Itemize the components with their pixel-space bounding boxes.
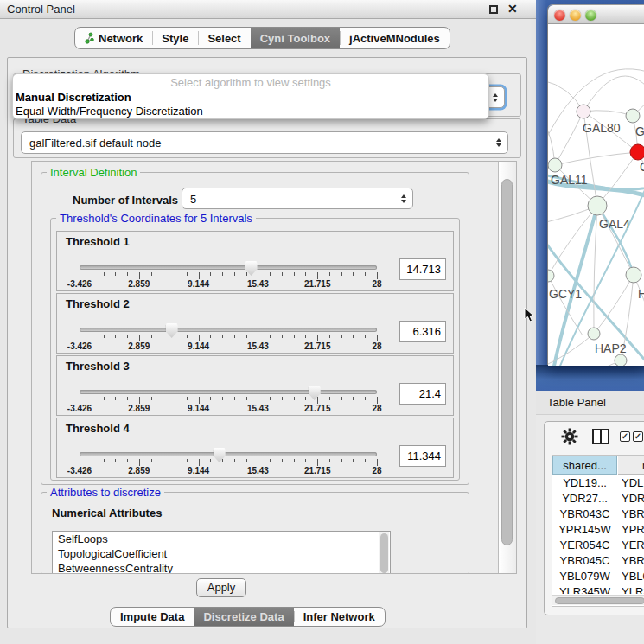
float-window-icon[interactable] xyxy=(489,5,498,14)
panel-scrollbar[interactable] xyxy=(498,162,515,573)
node-label: C xyxy=(640,160,644,174)
cell-shared-name[interactable]: YER054C xyxy=(552,538,617,553)
network-edge[interactable] xyxy=(583,111,633,116)
tick-label: 21.715 xyxy=(304,404,331,413)
network-node-gal80[interactable] xyxy=(577,105,590,118)
numerical-attributes-list[interactable]: SelfLoopsTopologicalCoefficientBetweenne… xyxy=(52,531,391,574)
cell-name[interactable]: YBL0 xyxy=(622,569,644,584)
network-node-gal4[interactable] xyxy=(588,196,607,215)
popup-option-manual[interactable]: Manual Discretization xyxy=(13,91,488,105)
network-edge-highlighted[interactable] xyxy=(553,206,597,366)
control-panel-tabs: NetworkStyleSelectCyni ToolboxjActiveMNo… xyxy=(74,27,450,49)
attribute-item[interactable]: SelfLoops xyxy=(53,532,390,546)
cell-name[interactable]: YDR2 xyxy=(622,491,644,507)
network-edge[interactable] xyxy=(594,206,597,334)
cell-name[interactable]: YBR0 xyxy=(622,553,644,569)
tab-discretize-data[interactable]: Discretize Data xyxy=(194,608,293,626)
minimize-traffic-light-icon[interactable] xyxy=(570,10,581,21)
cell-shared-name[interactable]: YBR045C xyxy=(552,553,617,569)
tab-network[interactable]: Network xyxy=(75,28,152,48)
close-icon[interactable]: ✕ xyxy=(507,2,518,16)
checkbox-icon[interactable]: ✓ xyxy=(633,431,643,442)
slider-track[interactable] xyxy=(80,328,377,332)
slider-ticks xyxy=(80,272,377,279)
table-row[interactable]: YBR045CYBR0 xyxy=(552,553,644,569)
apply-button[interactable]: Apply xyxy=(196,578,246,597)
network-edge[interactable] xyxy=(574,360,621,366)
checkbox-icon[interactable]: ✓ xyxy=(620,431,630,442)
network-node-c[interactable] xyxy=(630,144,644,160)
numerical-attributes-label: Numerical Attributes xyxy=(52,507,162,520)
list-scrollbar[interactable] xyxy=(379,532,389,574)
cell-shared-name[interactable]: YDL19... xyxy=(552,475,617,491)
slider-ticks xyxy=(80,335,377,341)
network-node-gcy1[interactable] xyxy=(548,270,554,282)
cell-name[interactable]: YDL1 xyxy=(622,475,644,491)
network-canvas[interactable]: GAL80GACGAL11GAL4GCY1HHAP2 xyxy=(548,24,644,366)
popup-option-equal-width[interactable]: Equal Width/Frequency Discretization xyxy=(13,105,488,118)
close-traffic-light-icon[interactable] xyxy=(554,10,565,21)
table-row[interactable]: YLR345WYLR3 xyxy=(552,584,644,594)
split-table-icon[interactable] xyxy=(592,429,609,444)
cell-shared-name[interactable]: YLR345W xyxy=(552,584,617,594)
threshold-value-field[interactable]: 11.344 xyxy=(399,445,446,467)
network-edge[interactable] xyxy=(555,152,638,165)
network-edge[interactable] xyxy=(597,152,638,206)
cell-shared-name[interactable]: YDR27... xyxy=(552,491,617,507)
tab-label: Cyni Toolbox xyxy=(260,32,330,45)
threshold-value-field[interactable]: 21.4 xyxy=(399,383,446,405)
column-header-name[interactable]: na xyxy=(618,456,644,475)
table-horizontal-scrollbar[interactable] xyxy=(552,595,644,605)
number-of-intervals-combo[interactable]: 5 xyxy=(182,188,413,209)
threshold-label: Threshold 1 xyxy=(66,235,130,248)
threshold-value-field[interactable]: 6.316 xyxy=(399,321,446,342)
cell-name[interactable]: YPR1 xyxy=(622,522,644,538)
slider-track[interactable] xyxy=(80,265,377,270)
tick-label: -3.426 xyxy=(67,279,92,289)
threshold-value-field[interactable]: 14.713 xyxy=(399,258,446,280)
table-data-combo[interactable]: galFiltered.sif default node xyxy=(21,131,508,154)
network-edge[interactable] xyxy=(548,206,597,276)
tab-label: Impute Data xyxy=(120,610,184,623)
slider-track[interactable] xyxy=(80,390,377,394)
tab-style[interactable]: Style xyxy=(152,28,198,48)
network-window-titlebar[interactable] xyxy=(548,5,644,24)
cell-name[interactable]: YLR3 xyxy=(622,584,644,594)
network-node-ga[interactable] xyxy=(626,109,640,123)
cell-name[interactable]: YER0 xyxy=(622,538,644,553)
table-row[interactable]: YBL079WYBL0 xyxy=(552,569,644,584)
node-label: GAL4 xyxy=(599,217,630,231)
cell-shared-name[interactable]: YBL079W xyxy=(552,569,617,584)
network-node-h[interactable] xyxy=(626,267,641,283)
zoom-traffic-light-icon[interactable] xyxy=(585,10,596,21)
network-icon xyxy=(85,32,94,44)
tab-infer-network[interactable]: Infer Network xyxy=(294,608,385,626)
tab-jactivemnodules[interactable]: jActiveMNodules xyxy=(340,28,450,48)
column-header-shared-name[interactable]: shared... xyxy=(552,456,617,475)
network-edge[interactable] xyxy=(583,76,644,112)
attribute-item[interactable]: TopologicalCoefficient xyxy=(53,546,390,561)
table-row[interactable]: YDR27...YDR2 xyxy=(552,491,644,507)
network-node[interactable] xyxy=(615,354,627,366)
table-row[interactable]: YBR043CYBR0 xyxy=(552,507,644,522)
network-node-gal11[interactable] xyxy=(548,158,562,172)
network-node-hap2[interactable] xyxy=(588,328,600,340)
tab-impute-data[interactable]: Impute Data xyxy=(111,608,194,626)
table-row[interactable]: YDL19...YDL1 xyxy=(552,475,644,491)
network-edge[interactable] xyxy=(548,334,594,366)
attribute-item[interactable]: BetweennessCentrality xyxy=(53,561,390,574)
network-edge[interactable] xyxy=(555,112,583,165)
node-label: GCY1 xyxy=(549,287,582,301)
tab-cyni-toolbox[interactable]: Cyni Toolbox xyxy=(251,28,340,48)
cell-shared-name[interactable]: YBR043C xyxy=(552,507,617,522)
slider-track[interactable] xyxy=(80,452,377,456)
interval-definition-title: Interval Definition xyxy=(47,166,140,179)
cell-name[interactable]: YBR0 xyxy=(622,507,644,522)
table-row[interactable]: YPR145WYPR1 xyxy=(552,522,644,538)
table-row[interactable]: YER054CYER0 xyxy=(552,538,644,553)
cell-shared-name[interactable]: YPR145W xyxy=(552,522,617,538)
panel-scrollbar-thumb[interactable] xyxy=(501,179,513,545)
gear-icon[interactable] xyxy=(561,428,578,445)
tab-select[interactable]: Select xyxy=(198,28,250,48)
network-edge[interactable] xyxy=(597,206,634,275)
